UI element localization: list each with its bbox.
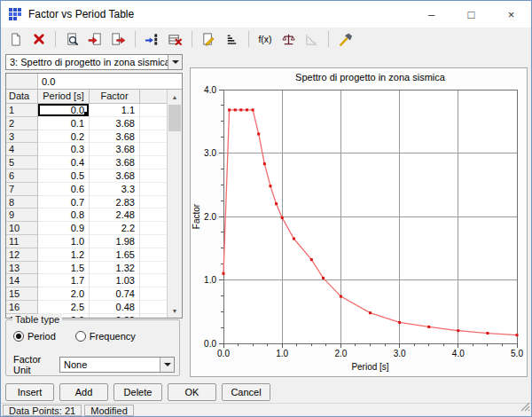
cell-period[interactable]: 0.5 bbox=[38, 169, 90, 183]
cell-factor[interactable]: 0.48 bbox=[90, 301, 140, 314]
cell-period[interactable]: 0.9 bbox=[38, 222, 90, 235]
toolbar-separator bbox=[192, 31, 192, 47]
cell-period[interactable]: 0.8 bbox=[38, 208, 90, 222]
scrollbar-thumb[interactable] bbox=[168, 105, 181, 131]
row-header[interactable]: 1 bbox=[6, 104, 38, 117]
toolbar-edit-operations-button[interactable] bbox=[199, 29, 219, 49]
svg-text:2.0: 2.0 bbox=[204, 212, 216, 222]
cell-factor[interactable]: 3.68 bbox=[90, 156, 140, 169]
resize-grip-icon[interactable] bbox=[520, 399, 530, 415]
cell-period[interactable]: 0.2 bbox=[38, 130, 90, 144]
toolbar-sort-button[interactable] bbox=[222, 29, 242, 49]
cell-factor[interactable]: 1.1 bbox=[90, 104, 140, 117]
delete-button[interactable]: Delete bbox=[113, 383, 162, 401]
toolbar-import-data-button[interactable] bbox=[85, 29, 106, 49]
cell-factor[interactable]: 1.98 bbox=[90, 235, 140, 248]
row-header[interactable]: 3 bbox=[6, 130, 38, 144]
add-button[interactable]: Add bbox=[59, 383, 108, 401]
scroll-down-icon[interactable]: ▼ bbox=[168, 303, 182, 318]
column-header-factor[interactable]: Factor bbox=[90, 90, 140, 104]
cell-blank bbox=[140, 248, 167, 262]
toolbar-scale-data-button[interactable] bbox=[278, 29, 299, 49]
toolbar-print-preview-button[interactable] bbox=[62, 29, 82, 49]
table-scrollbar[interactable]: ▲ ▼ bbox=[167, 90, 182, 318]
radio-period[interactable]: Period bbox=[13, 331, 56, 342]
cell-factor[interactable]: 3.68 bbox=[90, 143, 140, 156]
cell-factor[interactable]: 2.83 bbox=[90, 196, 140, 209]
cell-period[interactable]: 1.5 bbox=[38, 262, 90, 275]
row-header[interactable]: 9 bbox=[6, 208, 38, 222]
row-header[interactable]: 11 bbox=[6, 235, 38, 248]
radio-frequency[interactable]: Frequency bbox=[75, 331, 136, 342]
row-header[interactable]: 4 bbox=[6, 143, 38, 156]
cell-factor[interactable]: 1.03 bbox=[90, 274, 140, 287]
row-header[interactable]: 5 bbox=[6, 156, 38, 169]
function-icon: f(x) bbox=[257, 32, 274, 47]
ok-button[interactable]: OK bbox=[168, 383, 216, 401]
toolbar-function-button[interactable]: f(x) bbox=[255, 29, 276, 49]
cell-factor[interactable]: 2.48 bbox=[90, 208, 140, 222]
cell-factor[interactable]: 3.3 bbox=[90, 183, 140, 196]
insert-button[interactable]: Insert bbox=[5, 383, 54, 401]
factor-unit-dropdown-button[interactable] bbox=[160, 358, 174, 372]
cell-period[interactable]: 0.7 bbox=[38, 196, 90, 209]
cell-edit-bar bbox=[6, 74, 182, 90]
toolbar-delete-rows-button[interactable] bbox=[165, 29, 185, 49]
table-body: 10.01.120.13.6830.23.6840.33.6850.43.686… bbox=[6, 104, 167, 318]
cell-period[interactable]: 2.0 bbox=[38, 287, 90, 301]
column-header-period[interactable]: Period [s] bbox=[38, 90, 90, 104]
dataset-select-dropdown-button[interactable] bbox=[168, 55, 182, 69]
toolbar-insert-row-button[interactable] bbox=[142, 29, 162, 49]
row-header[interactable]: 8 bbox=[6, 196, 38, 209]
cell-period[interactable]: 0.3 bbox=[38, 143, 90, 156]
row-header[interactable]: 10 bbox=[6, 222, 38, 235]
radio-icon bbox=[75, 331, 86, 342]
cell-factor[interactable]: 0.74 bbox=[90, 287, 140, 301]
dataset-select[interactable]: 3: Spettro di progetto in zona sismica bbox=[5, 54, 183, 70]
toolbar-new-table-button[interactable] bbox=[5, 29, 26, 49]
cell-period[interactable]: 1.2 bbox=[38, 248, 90, 262]
row-header[interactable]: 12 bbox=[6, 248, 38, 262]
svg-text:0.0: 0.0 bbox=[204, 339, 216, 349]
cell-factor[interactable]: 3.68 bbox=[90, 130, 140, 144]
cell-blank bbox=[140, 143, 167, 156]
table-row: 141.71.03 bbox=[6, 274, 167, 287]
cell-factor[interactable]: 3.68 bbox=[90, 117, 140, 130]
svg-text:Spettro di progetto in zona si: Spettro di progetto in zona sismica bbox=[295, 72, 446, 83]
toolbar-clear-table-button[interactable] bbox=[28, 29, 49, 49]
cell-period[interactable]: 0.6 bbox=[38, 183, 90, 196]
cell-period[interactable]: 0.1 bbox=[38, 117, 90, 130]
factor-unit-select[interactable]: None bbox=[59, 357, 175, 373]
cell-factor[interactable]: 1.32 bbox=[90, 262, 140, 275]
row-header[interactable]: 14 bbox=[6, 274, 38, 287]
row-header[interactable]: 2 bbox=[6, 117, 38, 130]
cell-period[interactable]: 0.4 bbox=[38, 156, 90, 169]
window-title: Factor vs Period Table bbox=[28, 8, 134, 20]
cancel-button[interactable]: Cancel bbox=[222, 383, 270, 401]
cell-period[interactable]: 1.7 bbox=[38, 274, 90, 287]
cell-period[interactable]: 0.0 bbox=[38, 104, 90, 117]
row-header[interactable]: 16 bbox=[6, 301, 38, 314]
cell-period[interactable]: 2.5 bbox=[38, 301, 90, 314]
column-header-data[interactable]: Data bbox=[6, 90, 38, 104]
scroll-up-icon[interactable]: ▲ bbox=[168, 90, 182, 104]
toolbar-export-data-button[interactable] bbox=[108, 29, 129, 49]
maximize-button[interactable]: □ bbox=[451, 1, 491, 28]
row-header[interactable]: 15 bbox=[6, 287, 38, 301]
cell-factor[interactable]: 3.68 bbox=[90, 169, 140, 183]
table-row: 10.01.1 bbox=[6, 104, 167, 117]
row-header[interactable]: 6 bbox=[6, 169, 38, 183]
cell-factor[interactable]: 1.65 bbox=[90, 248, 140, 262]
close-button[interactable]: × bbox=[491, 1, 531, 28]
radio-label: Period bbox=[27, 331, 56, 342]
row-header[interactable]: 13 bbox=[6, 262, 38, 275]
cell-editor-input[interactable] bbox=[38, 74, 182, 89]
toolbar-separator bbox=[248, 31, 249, 47]
table-row: 162.50.48 bbox=[6, 301, 167, 314]
minimize-button[interactable]: – bbox=[411, 1, 451, 28]
cell-period[interactable]: 1.0 bbox=[38, 235, 90, 248]
cell-factor[interactable]: 2.2 bbox=[90, 222, 140, 235]
row-header[interactable]: 7 bbox=[6, 183, 38, 196]
toolbar-generate-data-button[interactable] bbox=[335, 29, 356, 49]
cell-factor[interactable]: 0.33 bbox=[90, 314, 140, 318]
